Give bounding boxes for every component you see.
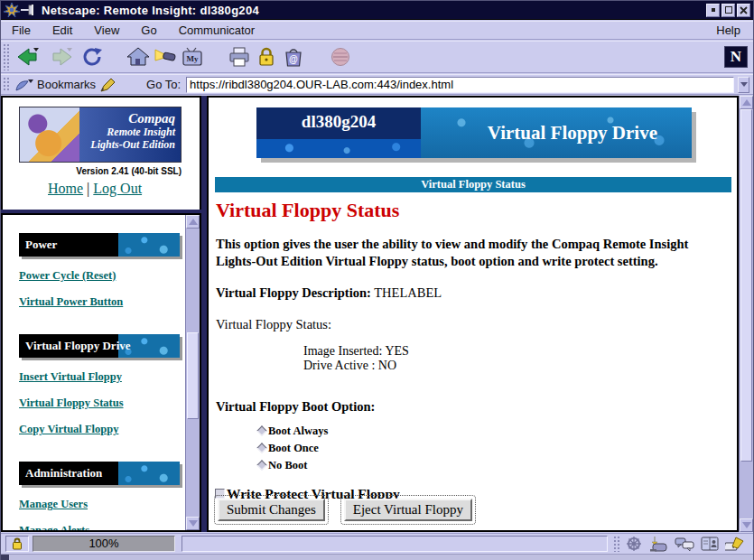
logo-line3: Lights-Out Edition <box>79 139 175 152</box>
link-separator: | <box>87 181 89 196</box>
status-drive-active: Drive Active : NO <box>303 359 733 373</box>
shop-button[interactable]: @ <box>280 44 307 70</box>
my-netscape-icon: My <box>181 46 204 68</box>
sidebar-scrollbar[interactable] <box>185 215 200 530</box>
nav-link-insert-virtual-floppy[interactable]: Insert Virtual Floppy <box>19 370 185 384</box>
discussions-icon <box>675 536 694 552</box>
minimize-button[interactable] <box>706 4 720 17</box>
back-button[interactable] <box>14 44 42 70</box>
nav-link-copy-virtual-floppy[interactable]: Copy Virtual Floppy <box>19 423 185 436</box>
maximize-button[interactable] <box>721 4 735 17</box>
shop-icon: @ <box>282 46 305 68</box>
menu-view[interactable]: View <box>94 23 119 37</box>
window-bottom-edge <box>1 554 753 560</box>
menu-file[interactable]: File <box>12 23 31 37</box>
reload-icon <box>81 46 105 68</box>
security-button[interactable] <box>253 44 280 70</box>
main-scrollbar[interactable] <box>739 96 753 532</box>
scrollbar-track[interactable] <box>740 109 753 518</box>
submit-changes-button[interactable]: Submit Changes <box>218 499 325 521</box>
radio-no-boot[interactable]: No Boot <box>258 460 733 471</box>
navigation-toolbar: My @ <box>1 41 753 73</box>
search-button[interactable] <box>152 44 179 70</box>
composer-button[interactable] <box>722 535 748 553</box>
home-button[interactable] <box>125 44 152 70</box>
logout-link[interactable]: Log Out <box>93 181 142 196</box>
main-frame: dl380g204 Virtual Floppy Drive Virtual F… <box>207 96 753 532</box>
description-value: THELABEL <box>374 285 442 300</box>
status-label: Virtual Floppy Status: <box>216 317 733 332</box>
sidebar-header-frame: Compaq Remote Insight Lights-Out Edition… <box>1 96 201 210</box>
radio-icon[interactable] <box>256 460 266 470</box>
component-bar-grip[interactable] <box>613 536 619 552</box>
close-icon <box>740 6 748 14</box>
titlebar[interactable]: Netscape: Remote Insight: dl380g204 <box>1 1 753 20</box>
boot-option-label: Virtual Floppy Boot Option: <box>216 399 733 415</box>
addressbook-icon <box>700 536 720 552</box>
scrollbar-thumb[interactable] <box>187 332 199 419</box>
url-dropdown-button[interactable] <box>738 77 749 93</box>
location-bar-grip[interactable] <box>3 77 9 92</box>
description-label: Virtual Floppy Description: <box>216 285 371 300</box>
eject-virtual-floppy-button[interactable]: Eject Virtual Floppy <box>344 499 472 521</box>
mailbox-button[interactable] <box>647 535 672 553</box>
nav-link-virtual-power-button[interactable]: Virtual Power Button <box>19 295 185 309</box>
compaq-logo-art <box>20 107 79 162</box>
logo-brand: Compaq <box>79 112 175 126</box>
navigator-button[interactable] <box>621 535 647 553</box>
scroll-up-arrow[interactable] <box>186 215 200 229</box>
back-icon <box>16 46 40 68</box>
browser-window: Netscape: Remote Insight: dl380g204 File… <box>0 0 754 560</box>
radio-boot-once[interactable]: Boot Once <box>258 443 733 454</box>
bookmarks-icon[interactable] <box>14 78 34 92</box>
boot-option-radio-group: Boot Always Boot Once No Boot <box>258 425 733 471</box>
page-heading: Virtual Floppy Status <box>216 199 733 222</box>
window-menu-icon[interactable] <box>4 3 20 17</box>
logo-line2: Remote Insight <box>79 126 175 139</box>
nav-link-manage-users[interactable]: Manage Users <box>19 498 185 511</box>
menu-edit[interactable]: Edit <box>52 23 72 37</box>
forward-button[interactable] <box>48 44 75 70</box>
nav-link-power-cycle[interactable]: Power Cycle (Reset) <box>19 269 185 283</box>
security-status[interactable] <box>5 536 29 552</box>
home-link[interactable]: Home <box>48 181 83 196</box>
nav-link-virtual-floppy-status[interactable]: Virtual Floppy Status <box>19 397 185 410</box>
scrollbar-track[interactable] <box>186 229 200 517</box>
close-button[interactable] <box>737 4 750 17</box>
status-message-field <box>182 536 608 552</box>
bookmarks-label[interactable]: Bookmarks <box>37 78 96 91</box>
radio-boot-always[interactable]: Boot Always <box>258 425 733 437</box>
discussions-button[interactable] <box>672 535 697 553</box>
menu-communicator[interactable]: Communicator <box>179 23 256 37</box>
compaq-logo: Compaq Remote Insight Lights-Out Edition <box>19 107 182 163</box>
section-title-bar: Virtual Floppy Status <box>215 177 731 192</box>
resize-handle[interactable] <box>1 555 9 560</box>
addressbook-button[interactable] <box>697 535 722 553</box>
my-netscape-button[interactable]: My <box>179 44 206 70</box>
status-image-inserted: Image Inserted: YES <box>303 344 733 359</box>
scrollbar-thumb[interactable] <box>740 109 752 462</box>
sidebar: Compaq Remote Insight Lights-Out Edition… <box>1 96 207 532</box>
scroll-down-arrow[interactable] <box>740 518 753 532</box>
netscape-logo[interactable]: N <box>724 46 748 68</box>
main-content: dl380g204 Virtual Floppy Drive Virtual F… <box>207 96 739 532</box>
reload-button[interactable] <box>79 44 107 70</box>
menu-help[interactable]: Help <box>716 23 740 37</box>
menu-go[interactable]: Go <box>141 23 156 37</box>
stop-button[interactable] <box>327 44 354 70</box>
progress-indicator: 100% <box>33 536 175 552</box>
quickfile-icon[interactable] <box>99 78 116 92</box>
nav-section-virtual-floppy: Virtual Floppy Drive <box>19 334 180 358</box>
print-button[interactable] <box>226 44 253 70</box>
toolbar-grip[interactable] <box>3 43 9 70</box>
goto-label: Go To: <box>146 78 181 91</box>
radio-icon[interactable] <box>256 443 266 453</box>
nav-link-manage-alerts[interactable]: Manage Alerts <box>19 524 185 530</box>
url-input[interactable] <box>186 77 734 93</box>
scroll-up-arrow[interactable] <box>740 96 753 109</box>
forward-icon <box>50 46 73 68</box>
pin-icon[interactable] <box>21 4 35 16</box>
security-lock-icon <box>255 46 278 68</box>
radio-icon[interactable] <box>256 425 266 435</box>
scroll-down-arrow[interactable] <box>186 517 200 530</box>
